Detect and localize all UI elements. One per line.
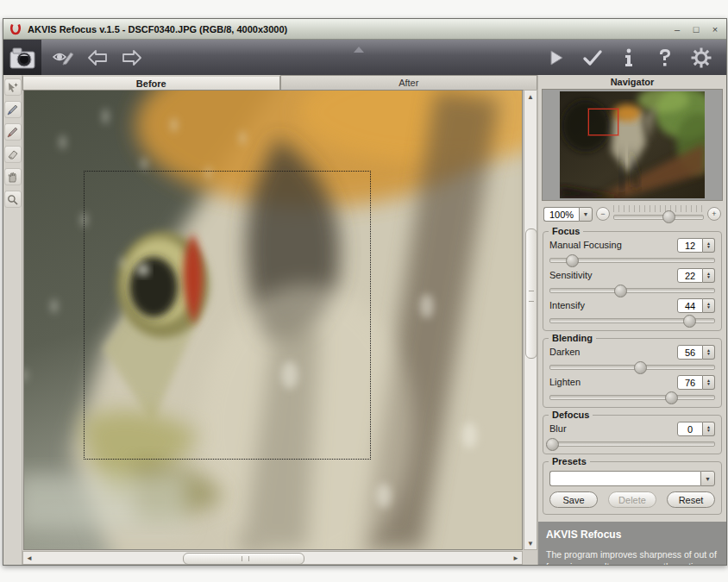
preset-combo[interactable]: ▼ bbox=[549, 471, 715, 486]
maximize-button[interactable]: □ bbox=[690, 23, 702, 35]
postprocess-brush-button[interactable] bbox=[50, 45, 76, 71]
settings-panel: Navigator bbox=[537, 75, 726, 565]
apply-button[interactable] bbox=[580, 45, 606, 71]
navigator-title: Navigator bbox=[538, 75, 726, 89]
focus-area-tool-button[interactable] bbox=[4, 101, 22, 118]
zoom-slider[interactable] bbox=[613, 205, 704, 222]
lighten-slider[interactable] bbox=[549, 392, 715, 401]
eraser-tool-button[interactable] bbox=[4, 146, 22, 163]
blur-slider[interactable] bbox=[549, 439, 715, 447]
tab-after[interactable]: After bbox=[280, 75, 538, 90]
defocus-pencil-icon bbox=[7, 127, 18, 138]
blur-label: Blur bbox=[549, 423, 567, 434]
intensify-label: Intensify bbox=[549, 300, 585, 310]
eraser-icon bbox=[7, 149, 18, 160]
manual-focusing-row: Manual Focusing 12 ▲▼ bbox=[549, 237, 715, 264]
tab-before[interactable]: Before bbox=[22, 75, 280, 90]
save-preset-button[interactable]: Save bbox=[549, 491, 598, 508]
preset-dropdown-arrow-icon[interactable]: ▼ bbox=[700, 471, 715, 486]
navigator-preview-image bbox=[560, 91, 705, 198]
presets-group-title: Presets bbox=[549, 456, 590, 466]
run-button[interactable] bbox=[543, 45, 569, 71]
zoom-tool-button[interactable] bbox=[4, 191, 22, 208]
scroll-up-arrow[interactable]: ▲ bbox=[524, 91, 537, 103]
arrow-left-icon bbox=[87, 49, 108, 66]
scroll-right-arrow[interactable]: ► bbox=[510, 552, 522, 564]
arrow-right-icon bbox=[122, 49, 142, 66]
horizontal-scrollbar[interactable]: ◄ ► bbox=[22, 551, 523, 565]
window-title: AKVIS Refocus v.1.5 - DSCF0340.JPG (RGB/… bbox=[28, 24, 671, 34]
defocus-group-title: Defocus bbox=[549, 410, 593, 420]
blur-row: Blur 0 ▲▼ bbox=[549, 421, 715, 447]
sensitivity-row: Sensitivity 22 ▲▼ bbox=[549, 267, 715, 294]
navigator-thumbnail[interactable] bbox=[542, 89, 723, 201]
akvis-logo-icon bbox=[9, 22, 22, 36]
blur-spinner[interactable]: ▲▼ bbox=[703, 422, 715, 436]
view-tabs: Before After bbox=[22, 75, 537, 91]
darken-label: Darken bbox=[549, 347, 580, 357]
blur-value[interactable]: 0 bbox=[677, 422, 703, 436]
scroll-down-arrow[interactable]: ▼ bbox=[524, 537, 537, 549]
vertical-scrollbar[interactable]: ▲ ▼ bbox=[524, 90, 537, 550]
darken-slider[interactable] bbox=[549, 362, 715, 371]
hand-icon bbox=[7, 172, 18, 183]
info-icon bbox=[624, 48, 634, 67]
defocus-area-tool-button[interactable] bbox=[4, 123, 22, 141]
manual-focusing-spinner[interactable]: ▲▼ bbox=[703, 238, 715, 253]
preset-selected-value[interactable] bbox=[549, 471, 700, 486]
sensitivity-value[interactable]: 22 bbox=[677, 268, 703, 283]
info-button[interactable] bbox=[616, 45, 642, 71]
intensify-value[interactable]: 44 bbox=[677, 298, 703, 313]
zoom-slider-thumb[interactable] bbox=[662, 210, 675, 223]
lighten-value[interactable]: 76 bbox=[677, 375, 703, 390]
tool-strip bbox=[3, 75, 22, 565]
manual-focusing-slider[interactable] bbox=[549, 255, 715, 264]
close-button[interactable]: × bbox=[709, 23, 721, 35]
main-toolbar bbox=[3, 40, 726, 75]
horizontal-scroll-thumb[interactable] bbox=[183, 553, 304, 565]
sensitivity-slider[interactable] bbox=[549, 285, 715, 294]
darken-spinner[interactable]: ▲▼ bbox=[703, 345, 715, 360]
zoom-out-button[interactable]: − bbox=[596, 207, 610, 221]
zoom-slider-track[interactable] bbox=[613, 215, 704, 220]
selection-tool-button[interactable] bbox=[4, 78, 22, 96]
delete-preset-button[interactable]: Delete bbox=[608, 491, 656, 508]
question-icon bbox=[658, 48, 672, 67]
focus-group-title: Focus bbox=[549, 226, 583, 236]
sensitivity-spinner[interactable]: ▲▼ bbox=[703, 268, 715, 283]
scroll-left-arrow[interactable]: ◄ bbox=[23, 552, 35, 564]
zoom-controls: 100% ▼ − + bbox=[543, 205, 721, 222]
zoom-combo[interactable]: 100% ▼ bbox=[543, 207, 593, 222]
zoom-in-button[interactable]: + bbox=[707, 207, 721, 221]
selection-marquee[interactable] bbox=[84, 171, 371, 460]
darken-row: Darken 56 ▲▼ bbox=[549, 344, 715, 371]
minimize-button[interactable]: – bbox=[671, 23, 683, 35]
darken-value[interactable]: 56 bbox=[677, 345, 703, 360]
intensify-spinner[interactable]: ▲▼ bbox=[703, 298, 715, 313]
hand-tool-button[interactable] bbox=[4, 168, 22, 185]
open-image-button[interactable] bbox=[3, 40, 41, 75]
zoom-dropdown-arrow-icon[interactable]: ▼ bbox=[579, 207, 593, 222]
navigator-viewport-frame[interactable] bbox=[588, 109, 618, 135]
image-area: Before After bbox=[22, 75, 537, 565]
title-bar[interactable]: AKVIS Refocus v.1.5 - DSCF0340.JPG (RGB/… bbox=[3, 19, 726, 40]
redo-button[interactable] bbox=[119, 45, 145, 71]
lighten-row: Lighten 76 ▲▼ bbox=[549, 374, 715, 401]
help-button[interactable] bbox=[652, 45, 678, 71]
eye-pencil-icon bbox=[52, 48, 74, 67]
zoom-value[interactable]: 100% bbox=[543, 207, 579, 222]
undo-button[interactable] bbox=[85, 45, 110, 71]
vertical-scroll-thumb[interactable] bbox=[525, 228, 537, 359]
photo-canvas[interactable] bbox=[23, 90, 523, 550]
cursor-star-icon bbox=[7, 82, 18, 93]
lighten-spinner[interactable]: ▲▼ bbox=[703, 375, 715, 390]
intensify-slider[interactable] bbox=[549, 316, 715, 324]
gear-icon bbox=[691, 47, 712, 68]
reset-preset-button[interactable]: Reset bbox=[667, 491, 715, 508]
lighten-label: Lighten bbox=[549, 377, 581, 387]
toolbar-collapse-handle[interactable] bbox=[354, 47, 364, 53]
settings-button[interactable] bbox=[688, 45, 714, 71]
manual-focusing-value[interactable]: 12 bbox=[677, 238, 703, 253]
intensify-row: Intensify 44 ▲▼ bbox=[549, 297, 715, 324]
manual-focusing-label: Manual Focusing bbox=[549, 240, 622, 250]
